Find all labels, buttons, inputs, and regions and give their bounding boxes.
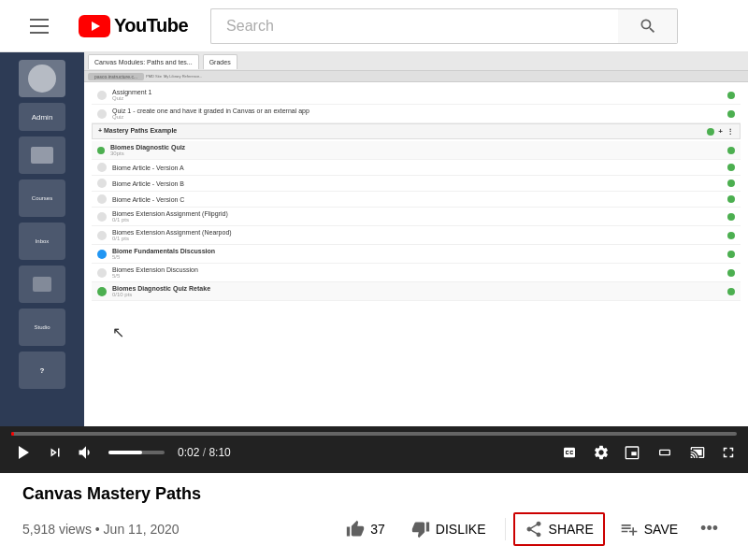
canvas-mastery-header: + Mastery Paths Example + ⋮ [92,123,741,139]
dislike-label: DISLIKE [436,522,486,537]
theater-icon [654,445,675,460]
canvas-sidebar: Admin Courses Inbox Studio ? [0,52,84,426]
more-icon: ••• [700,519,718,538]
canvas-item-quiz1: Quiz 1 - create one and have it graded i… [92,105,741,123]
play-button[interactable] [11,441,34,464]
hamburger-menu-button[interactable] [15,4,64,49]
thumbs-up-icon [346,520,365,538]
search-input[interactable] [210,8,618,44]
canvas-mastery-item-2: Biome Article - Version A [92,160,741,176]
cast-button[interactable] [688,445,707,460]
canvas-mastery-item-3: Biome Article - Version B [92,176,741,192]
play-icon [11,441,34,464]
video-info: Canvas Mastery Paths 5,918 views • Jun 1… [0,473,748,553]
video-views: 5,918 views • Jun 11, 2020 [22,522,180,537]
video-player[interactable]: Admin Courses Inbox Studio ? [0,52,748,473]
settings-icon [593,444,610,461]
search-container [210,8,678,44]
canvas-mastery-item-6: Biomes Extension Assignment (Nearpod) 0/… [92,226,741,245]
controls-row: 0:02 / 8:10 [11,441,737,464]
canvas-mastery-item-8: Biomes Extension Discussion 5/5 [92,264,741,282]
time-display: 0:02 / 8:10 [178,446,231,459]
current-time: 0:02 [178,446,199,459]
youtube-wordmark: YouTube [114,15,188,36]
hamburger-icon [22,11,56,41]
canvas-screenshot: Admin Courses Inbox Studio ? [0,52,748,426]
header: YouTube [0,0,748,52]
skip-icon [47,444,64,461]
video-thumbnail: Admin Courses Inbox Studio ? [0,52,748,473]
share-button[interactable]: SHARE [513,512,605,546]
dislike-button[interactable]: DISLIKE [400,512,497,546]
canvas-mastery-item-4: Biome Article - Version C [92,192,741,208]
canvas-account-icon [19,60,65,97]
progress-fill [11,432,14,436]
canvas-inbox-icon: Inbox [19,223,65,260]
share-icon [525,520,543,538]
canvas-tab2: Grades [203,54,237,69]
canvas-tab1: Canvas Modules: Paths and tes... [88,54,199,69]
video-meta-row: 5,918 views • Jun 11, 2020 37 DISLIKE [22,511,726,546]
cc-icon [559,445,580,460]
progress-bar[interactable] [11,432,737,436]
canvas-main-content: Canvas Modules: Paths and tes... Grades … [84,52,748,426]
total-time: 8:10 [209,446,230,459]
cc-button[interactable] [559,445,580,460]
thumbs-down-icon [411,520,430,538]
canvas-mastery-item-5: Biomes Extension Assignment (Flipgrid) 0… [92,208,741,226]
header-left: YouTube [15,4,188,49]
canvas-mastery-item-9: Biomes Diagnostic Quiz Retake 0/10 pts [92,282,741,301]
volume-fill [108,451,142,454]
canvas-courses-icon: Courses [19,179,65,217]
canvas-admin-icon: Admin [19,103,65,131]
search-icon [639,17,657,36]
save-button[interactable]: SAVE [609,512,689,546]
canvas-mastery-item-1: Biomes Diagnostic Quiz 30pts [92,141,741,160]
settings-button[interactable] [593,444,610,461]
theater-button[interactable] [654,445,675,460]
canvas-dashboard-icon [19,136,65,174]
fullscreen-button[interactable] [720,444,737,461]
share-label: SHARE [549,522,594,537]
more-button[interactable]: ••• [693,511,726,546]
volume-slider[interactable] [108,451,165,454]
cast-icon [688,445,707,460]
video-title: Canvas Mastery Paths [22,484,726,504]
save-icon [620,520,639,538]
canvas-module-content: Assignment 1 Quiz Quiz 1 - create one an… [84,82,748,305]
save-label: SAVE [644,522,678,537]
action-buttons: 37 DISLIKE SHARE [335,511,726,546]
like-button[interactable]: 37 [335,512,396,546]
canvas-help-icon: ? [19,352,65,389]
canvas-commons-icon [19,266,65,303]
skip-button[interactable] [47,444,64,461]
canvas-studio-icon: Studio [19,309,65,346]
fullscreen-icon [720,444,737,461]
search-button[interactable] [618,8,678,44]
youtube-logo[interactable]: YouTube [79,15,188,37]
volume-button[interactable] [77,443,95,462]
canvas-item-assignment1: Assignment 1 Quiz [92,86,741,105]
volume-icon [77,443,95,462]
canvas-mastery-item-7: Biome Fundamentals Discussion 5/5 [92,245,741,264]
video-controls: 0:02 / 8:10 [0,426,748,473]
miniplayer-icon [623,445,641,460]
canvas-browser-bar: Canvas Modules: Paths and tes... Grades [84,52,748,71]
miniplayer-button[interactable] [623,445,641,460]
action-divider [505,518,506,540]
youtube-play-icon [79,15,110,37]
like-count: 37 [370,522,385,537]
